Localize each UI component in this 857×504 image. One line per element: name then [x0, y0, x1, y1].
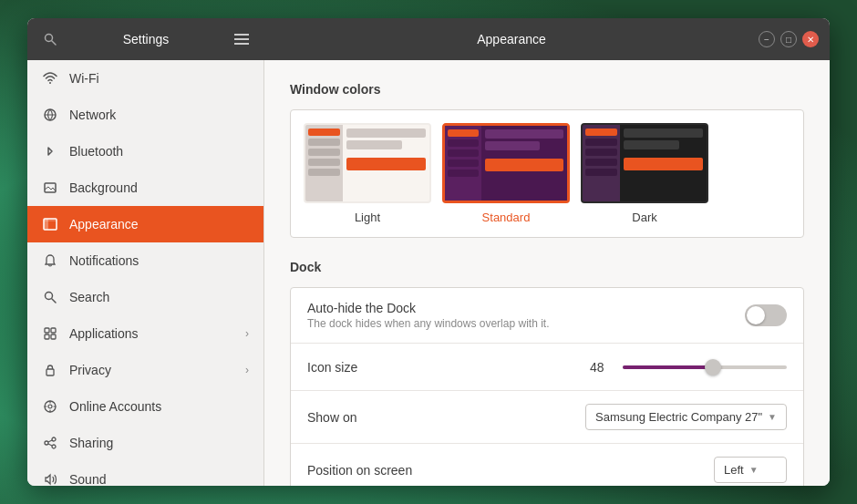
sidebar-item-appearance[interactable]: Appearance: [27, 206, 263, 242]
wifi-label: Wi-Fi: [69, 71, 249, 86]
svg-rect-4: [45, 183, 56, 192]
applications-icon: [42, 325, 58, 342]
auto-hide-label: Auto-hide the Dock: [307, 301, 549, 315]
bluetooth-icon: [42, 143, 58, 159]
svg-rect-13: [51, 334, 56, 339]
notifications-label: Notifications: [69, 253, 249, 268]
sharing-icon: [42, 435, 58, 451]
sound-icon: [42, 471, 58, 486]
icon-size-row: Icon size 48: [291, 344, 803, 391]
notifications-icon: [42, 252, 58, 269]
auto-hide-row: Auto-hide the Dock The dock hides when a…: [291, 288, 803, 344]
wifi-icon: [42, 70, 58, 87]
window-title: Appearance: [264, 32, 759, 46]
sidebar-item-background[interactable]: Background: [27, 170, 263, 206]
appearance-label: Appearance: [69, 217, 249, 231]
online-accounts-label: Online Accounts: [69, 399, 249, 414]
show-on-label: Show on: [307, 410, 435, 425]
titlebar: Settings Appearance − □ ✕: [27, 18, 830, 60]
theme-option-standard[interactable]: Standard: [442, 123, 570, 224]
privacy-chevron: ›: [245, 364, 249, 376]
position-dropdown[interactable]: Left ▼: [714, 457, 787, 483]
svg-rect-11: [51, 328, 56, 333]
svg-point-8: [46, 293, 53, 300]
appearance-icon: [42, 216, 58, 232]
settings-window: Settings Appearance − □ ✕: [27, 18, 830, 486]
sidebar-item-privacy[interactable]: Privacy ›: [27, 352, 263, 388]
background-label: Background: [69, 180, 249, 195]
show-on-value: Samsung Electric Company 27": [595, 410, 762, 424]
applications-label: Applications: [69, 326, 234, 341]
privacy-label: Privacy: [69, 363, 234, 377]
privacy-icon: [42, 362, 58, 378]
svg-point-19: [52, 445, 56, 448]
standard-theme-preview: [442, 123, 570, 203]
search-icon-btn[interactable]: [36, 26, 64, 53]
theme-option-light[interactable]: Light: [304, 123, 431, 224]
position-control: Left ▼: [435, 457, 787, 483]
dark-theme-preview: [581, 123, 708, 203]
svg-rect-12: [45, 334, 49, 339]
bluetooth-label: Bluetooth: [69, 144, 249, 159]
network-icon: [42, 107, 58, 123]
svg-rect-14: [46, 369, 54, 375]
svg-point-18: [45, 441, 48, 445]
position-row: Position on screen Left ▼: [291, 444, 803, 486]
sidebar: Wi-Fi Network Bluetooth: [27, 60, 264, 486]
minimize-button[interactable]: −: [759, 31, 775, 47]
hamburger-icon: [234, 34, 249, 45]
auto-hide-control: [549, 304, 787, 326]
sidebar-item-applications[interactable]: Applications ›: [27, 315, 263, 352]
content-area: Window colors: [264, 60, 830, 486]
show-on-arrow: ▼: [768, 412, 777, 422]
sidebar-item-online-accounts[interactable]: Online Accounts: [27, 388, 263, 425]
svg-point-16: [48, 405, 52, 408]
sidebar-item-sharing[interactable]: Sharing: [27, 425, 263, 461]
online-accounts-icon: [42, 398, 58, 415]
sharing-label: Sharing: [69, 436, 249, 450]
slider-thumb[interactable]: [705, 359, 721, 375]
show-on-dropdown[interactable]: Samsung Electric Company 27" ▼: [585, 404, 787, 430]
titlebar-left: Settings: [27, 26, 264, 53]
hamburger-btn[interactable]: [228, 26, 255, 53]
sidebar-title: Settings: [71, 32, 221, 46]
search-label: Search: [69, 290, 249, 304]
window-colors-title: Window colors: [290, 82, 804, 97]
svg-rect-10: [45, 328, 49, 333]
close-button[interactable]: ✕: [802, 31, 819, 47]
position-arrow: ▼: [749, 465, 759, 475]
applications-chevron: ›: [245, 327, 249, 340]
svg-point-17: [52, 437, 56, 441]
background-icon: [42, 180, 58, 196]
svg-line-21: [48, 444, 52, 446]
dock-section: Auto-hide the Dock The dock hides when a…: [290, 287, 804, 486]
theme-option-dark[interactable]: Dark: [581, 123, 708, 224]
icon-size-slider-track[interactable]: [623, 365, 787, 369]
icon-size-value: 48: [590, 360, 612, 375]
sound-label: Sound: [69, 472, 249, 486]
standard-theme-label: Standard: [482, 211, 531, 224]
dock-title: Dock: [290, 260, 804, 274]
slider-fill: [623, 365, 713, 369]
sidebar-item-notifications[interactable]: Notifications: [27, 242, 263, 279]
auto-hide-toggle[interactable]: [745, 304, 787, 326]
sidebar-item-network[interactable]: Network: [27, 97, 263, 133]
maximize-button[interactable]: □: [780, 31, 797, 47]
theme-options: Light: [290, 109, 804, 238]
show-on-row: Show on Samsung Electric Company 27" ▼: [291, 391, 803, 444]
sidebar-item-sound[interactable]: Sound: [27, 461, 263, 486]
auto-hide-label-group: Auto-hide the Dock The dock hides when a…: [307, 301, 549, 330]
icon-size-label: Icon size: [307, 360, 435, 375]
dark-theme-label: Dark: [632, 211, 656, 224]
icon-size-control: 48: [435, 360, 787, 375]
search-sidebar-icon: [42, 289, 58, 305]
light-theme-label: Light: [355, 211, 380, 224]
sidebar-item-search[interactable]: Search: [27, 279, 263, 315]
svg-line-1: [52, 41, 56, 45]
svg-point-0: [46, 35, 53, 42]
window-controls: − □ ✕: [759, 31, 830, 47]
position-label: Position on screen: [307, 463, 435, 478]
sidebar-item-bluetooth[interactable]: Bluetooth: [27, 133, 263, 170]
svg-rect-7: [44, 219, 57, 221]
sidebar-item-wifi[interactable]: Wi-Fi: [27, 60, 263, 97]
